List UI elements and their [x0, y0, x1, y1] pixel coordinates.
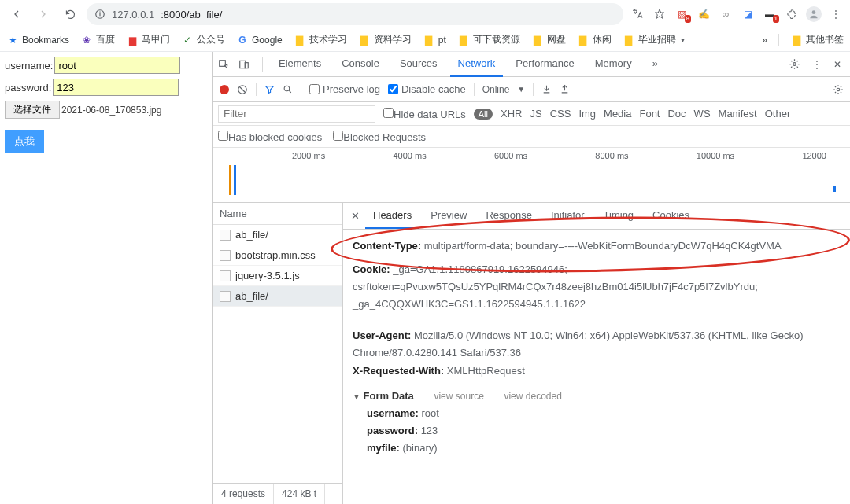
extension-4-icon[interactable]: ◪ [740, 6, 756, 22]
detail-tab-preview[interactable]: Preview [423, 203, 475, 229]
bookmark-folder-download[interactable]: ▇可下载资源 [457, 33, 520, 46]
tab-sources[interactable]: Sources [392, 51, 445, 77]
view-source-link[interactable]: view source [434, 391, 483, 402]
detail-tab-cookies[interactable]: Cookies [645, 203, 697, 229]
filter-js[interactable]: JS [530, 108, 541, 120]
bookmark-google[interactable]: GGoogle [236, 34, 283, 46]
disable-cache-checkbox[interactable]: Disable cache [388, 83, 466, 95]
form-data-title[interactable]: Form Data [364, 390, 414, 402]
bookmark-gongzhonghao[interactable]: ✓公众号 [181, 33, 225, 46]
view-decoded-link[interactable]: view decoded [504, 391, 561, 402]
bookmarks-label[interactable]: ★Bookmarks [6, 34, 69, 46]
nav-reload-button[interactable] [60, 4, 80, 24]
bookmark-folder-recruit[interactable]: ▇毕业招聘▾ [623, 33, 685, 46]
tab-performance[interactable]: Performance [508, 51, 582, 77]
record-button[interactable] [220, 85, 229, 94]
filter-css[interactable]: CSS [550, 108, 571, 120]
bookmark-folder-leisure[interactable]: ▇休闲 [577, 33, 612, 46]
address-bar[interactable]: 127.0.0.1:8000/ab_file/ [87, 3, 623, 25]
form-data-section: ▼ Form Data view source view decoded [353, 388, 841, 405]
request-detail: ✕ Headers Preview Response Initiator Tim… [343, 203, 850, 504]
request-list-header[interactable]: Name [213, 203, 342, 225]
filter-manifest[interactable]: Manifest [719, 108, 757, 120]
request-item[interactable]: ab_file/ [213, 225, 342, 245]
extension-2-icon[interactable]: ✍ [696, 6, 711, 22]
other-bookmarks[interactable]: ▇其他书签 [790, 33, 844, 46]
detail-tab-initiator[interactable]: Initiator [543, 203, 593, 229]
filter-other[interactable]: Other [765, 108, 791, 120]
bookmark-majiamen[interactable]: ▆马甲门 [126, 33, 170, 46]
nav-forward-button[interactable] [33, 4, 54, 24]
tab-memory[interactable]: Memory [587, 51, 640, 77]
filter-font[interactable]: Font [639, 108, 660, 120]
network-settings-icon[interactable] [833, 84, 844, 95]
request-list-status: 4 requests 424 kB t [213, 483, 342, 504]
bookmark-text: 技术学习 [309, 33, 347, 46]
filter-toggle-icon[interactable] [264, 84, 275, 94]
tab-console[interactable]: Console [334, 51, 387, 77]
request-name: jquery-3.5.1.js [235, 270, 300, 281]
choose-file-button[interactable]: 选择文件 [5, 101, 60, 119]
bookmark-text: 百度 [96, 33, 115, 46]
bookmark-folder-netdisk[interactable]: ▇网盘 [531, 33, 566, 46]
search-icon[interactable] [283, 84, 293, 94]
blocked-requests-checkbox[interactable]: Blocked Requests [333, 131, 426, 143]
detail-close-icon[interactable]: ✕ [348, 210, 362, 222]
blocked-cookies-checkbox[interactable]: Has blocked cookies [218, 131, 322, 143]
request-item[interactable]: ab_file/ [213, 286, 342, 307]
devtools-more-icon[interactable]: ⋮ [809, 59, 825, 70]
network-filter-bar: Hide data URLs All XHR JS CSS Img Media … [213, 102, 850, 126]
username-input[interactable] [54, 57, 180, 74]
form-myfile-key: myfile: [367, 442, 400, 454]
tabs-more[interactable]: » [645, 51, 666, 77]
inspect-element-icon[interactable] [218, 59, 234, 70]
bookmark-folder-material[interactable]: ▇资料学习 [358, 33, 412, 46]
submit-button[interactable]: 点我 [5, 130, 44, 153]
hide-data-urls-checkbox[interactable]: Hide data URLs [383, 108, 466, 120]
form-username-value: root [421, 407, 438, 419]
network-timeline[interactable]: 2000 ms 4000 ms 6000 ms 8000 ms 10000 ms… [213, 148, 850, 203]
detail-tab-headers[interactable]: Headers [365, 203, 419, 229]
star-icon[interactable] [652, 6, 667, 22]
svg-point-7 [793, 63, 796, 66]
password-input[interactable] [53, 79, 179, 96]
bookmark-text: pt [438, 35, 446, 46]
device-toolbar-icon[interactable] [238, 59, 254, 70]
devtools-settings-icon[interactable] [789, 58, 804, 70]
request-name: ab_file/ [235, 290, 268, 302]
profile-avatar[interactable] [806, 6, 822, 22]
bookmark-folder-pt[interactable]: ▇pt [423, 34, 446, 46]
extension-1-icon[interactable]: ▧8 [674, 6, 689, 22]
filter-input[interactable] [218, 105, 375, 123]
extension-3-icon[interactable]: ∞ [718, 6, 734, 22]
throttle-select[interactable]: Online [482, 84, 510, 95]
nav-back-button[interactable] [6, 4, 27, 24]
import-har-icon[interactable] [541, 84, 552, 94]
preserve-log-checkbox[interactable]: Preserve log [309, 83, 380, 95]
clear-button[interactable] [237, 84, 248, 95]
extension-5-icon[interactable]: ▬1 [762, 6, 778, 22]
filter-doc[interactable]: Doc [667, 108, 686, 120]
svg-rect-2 [99, 12, 100, 13]
translate-icon[interactable] [630, 6, 645, 22]
bookmark-baidu[interactable]: ❀百度 [80, 33, 115, 46]
filter-all[interactable]: All [474, 109, 493, 120]
filter-ws[interactable]: WS [694, 108, 711, 120]
bookmark-folder-tech[interactable]: ▇技术学习 [294, 33, 347, 46]
extensions-menu-icon[interactable] [784, 6, 800, 22]
tab-elements[interactable]: Elements [271, 51, 329, 77]
bookmarks-overflow[interactable]: » [762, 35, 767, 46]
filter-img[interactable]: Img [578, 108, 596, 120]
tab-network[interactable]: Network [450, 51, 504, 77]
browser-menu-icon[interactable]: ⋮ [828, 6, 844, 22]
detail-tab-response[interactable]: Response [478, 203, 540, 229]
filter-media[interactable]: Media [604, 108, 631, 120]
request-item[interactable]: jquery-3.5.1.js [213, 266, 342, 286]
throttle-dropdown-icon[interactable]: ▼ [517, 85, 525, 94]
export-har-icon[interactable] [560, 84, 570, 94]
request-item[interactable]: bootstrap.min.css [213, 245, 342, 266]
detail-tab-timing[interactable]: Timing [596, 203, 642, 229]
filter-xhr[interactable]: XHR [501, 108, 522, 120]
svg-point-9 [284, 86, 290, 91]
devtools-close-icon[interactable]: ✕ [830, 59, 845, 70]
